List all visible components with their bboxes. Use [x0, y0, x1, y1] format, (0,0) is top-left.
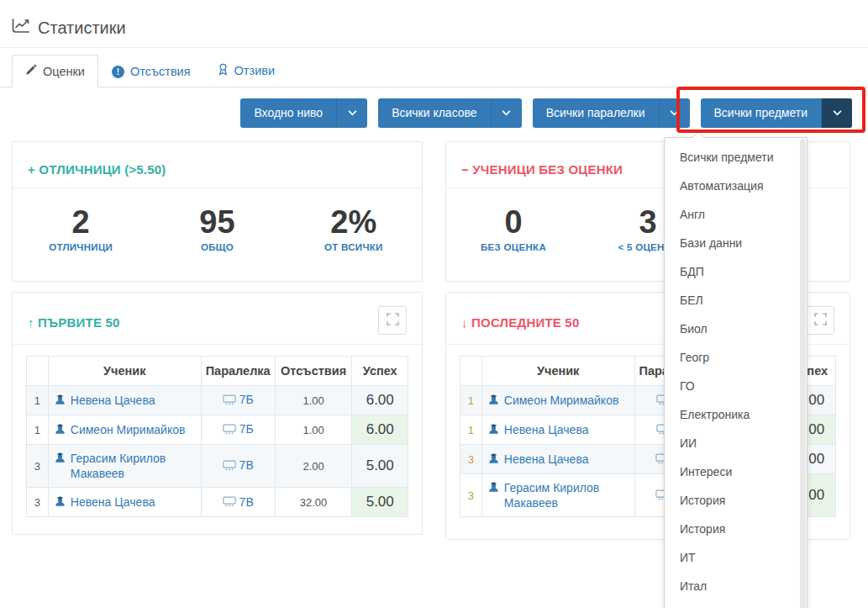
header-divider — [0, 47, 868, 48]
dropdown-scrollbar[interactable] — [800, 139, 806, 608]
ribbon-icon — [218, 63, 229, 78]
col-student: Ученик — [481, 357, 634, 386]
table-row: 3 Невена Цачева 7В 32.00 5.00 — [27, 488, 408, 517]
page-title: Статистики — [38, 19, 126, 38]
class-link[interactable]: 7Б — [223, 422, 254, 436]
dropdown-item[interactable]: Англ — [665, 200, 807, 229]
tab-reviews-label: Отзиви — [234, 64, 275, 77]
card-divider — [13, 188, 422, 188]
tab-reviews[interactable]: Отзиви — [204, 54, 288, 87]
dropdown-item[interactable]: Всички предмети — [665, 143, 807, 172]
stat-label: ОТ ВСИЧКИ — [286, 242, 422, 252]
chevron-down-icon[interactable] — [821, 98, 852, 128]
filter-all-subjects-button[interactable]: Всички предмети — [701, 98, 852, 128]
col-rank — [460, 357, 482, 386]
dropdown-item[interactable]: Бази данни — [665, 229, 807, 257]
dropdown-item[interactable]: Биол — [665, 315, 807, 343]
dropdown-item[interactable]: Геогр — [665, 343, 807, 372]
class-group-icon — [223, 496, 236, 507]
table-row: 1 Невена Цачева 7Б 1.00 6.00 — [27, 386, 408, 415]
line-chart-icon — [12, 18, 30, 38]
expand-icon — [814, 313, 827, 328]
student-link[interactable]: Невена Цачева — [487, 452, 629, 467]
dropdown-item[interactable]: Итал — [665, 572, 807, 600]
tab-grades[interactable]: Оценки — [12, 55, 98, 87]
stat-value: 0 — [446, 204, 581, 241]
col-student: Ученик — [48, 357, 201, 386]
class-link[interactable]: 7В — [223, 458, 254, 472]
subjects-dropdown-list: Всички предмети Автоматизация Англ Бази … — [665, 138, 807, 608]
student-link[interactable]: Симеон Миримайков — [54, 422, 196, 437]
arrow-up-icon: ↑ — [28, 315, 34, 330]
dropdown-item[interactable]: Интереси — [665, 457, 807, 486]
student-link[interactable]: Герасим Кирилов Макавеев — [487, 480, 629, 510]
first-50-table: Ученик Паралелка Отсъствия Успех 1 Невен… — [26, 356, 408, 517]
filter-all-classes-button[interactable]: Всички паралелки — [533, 98, 690, 128]
subjects-dropdown-menu: Всички предмети Автоматизация Англ Бази … — [664, 137, 808, 608]
class-link[interactable]: 7Б — [223, 393, 254, 406]
expand-button[interactable] — [806, 306, 834, 335]
student-link[interactable]: Симеон Миримайков — [487, 393, 629, 408]
stat-total: 95 ОБЩО — [149, 204, 285, 252]
card-divider — [13, 344, 422, 345]
stat-percent: 2% ОТ ВСИЧКИ — [286, 204, 422, 252]
expand-button[interactable] — [378, 306, 407, 335]
dropdown-item[interactable]: История — [665, 486, 807, 515]
dropdown-item[interactable]: БЕЛ — [665, 286, 807, 315]
stat-label: ОТЛИЧНИЦИ — [13, 242, 149, 252]
filter-all-grades-button[interactable]: Всички класове — [378, 98, 522, 128]
arrow-down-icon: ↓ — [461, 315, 468, 330]
student-link[interactable]: Герасим Кирилов Макавеев — [54, 451, 196, 481]
card-top-students-title: + ОТЛИЧНИЦИ (>5.50) — [28, 162, 407, 177]
last-50-title: ↓ ПОСЛЕДНИТЕ 50 — [461, 315, 579, 330]
dropdown-item[interactable]: История — [665, 515, 807, 543]
tab-bar: Оценки ! Отсъствия Отзиви — [0, 53, 868, 87]
expand-icon — [387, 313, 399, 328]
class-group-icon — [223, 424, 236, 435]
grade-cell: 6.00 — [352, 415, 408, 445]
student-link[interactable]: Невена Цачева — [54, 494, 196, 510]
stat-value: 2% — [286, 204, 422, 241]
chevron-down-icon[interactable] — [659, 98, 690, 128]
first-50-title: ↑ ПЪРВИТЕ 50 — [28, 315, 120, 330]
stat-no-grade: 0 БЕЗ ОЦЕНКА — [446, 204, 581, 252]
stat-label: ОБЩО — [149, 242, 285, 252]
class-group-icon — [223, 460, 236, 471]
dropdown-item[interactable]: Комп модел — [665, 600, 807, 608]
card-first-50: ↑ ПЪРВИТЕ 50 Ученик Паралелка Отсъствия … — [12, 292, 423, 535]
tab-absences[interactable]: ! Отсъствия — [98, 56, 204, 87]
stat-value: 2 — [13, 204, 149, 241]
dropdown-item[interactable]: Автоматизация — [665, 172, 807, 200]
tab-grades-label: Оценки — [43, 65, 85, 78]
chevron-down-icon[interactable] — [336, 98, 367, 128]
dropdown-item[interactable]: ИИ — [665, 429, 807, 457]
dropdown-item[interactable]: Електроника — [665, 400, 807, 429]
grade-cell: 5.00 — [352, 445, 408, 488]
student-link[interactable]: Невена Цачева — [54, 393, 196, 408]
grade-cell: 5.00 — [352, 488, 408, 517]
card-top-students: + ОТЛИЧНИЦИ (>5.50) 2 ОТЛИЧНИЦИ 95 ОБЩО … — [12, 141, 423, 282]
exclamation-circle-icon: ! — [112, 66, 124, 78]
col-rank — [27, 357, 49, 386]
table-row: 1 Симеон Миримайков 7Б 1.00 6.00 — [27, 415, 408, 445]
stat-value: 95 — [149, 204, 285, 241]
dropdown-item[interactable]: ГО — [665, 372, 807, 400]
col-grade: Успех — [352, 357, 408, 386]
filter-entry-level-button[interactable]: Входно ниво — [240, 98, 367, 128]
grade-cell: 6.00 — [352, 386, 408, 415]
stat-label: БЕЗ ОЦЕНКА — [446, 242, 581, 252]
dropdown-item[interactable]: БДП — [665, 257, 807, 286]
student-link[interactable]: Невена Цачева — [487, 422, 629, 437]
dropdown-item[interactable]: ИТ — [665, 543, 807, 572]
class-link[interactable]: 7В — [223, 495, 254, 509]
statistics-page: Статистики Оценки ! Отсъствия Отзиви — [0, 0, 868, 608]
col-absences: Отсъствия — [275, 357, 352, 386]
table-row: 3 Герасим Кирилов Макавеев 7В 2.00 5.00 — [27, 445, 408, 488]
pencil-icon — [25, 64, 37, 78]
tab-absences-label: Отсъствия — [130, 65, 191, 78]
card-top-students-stats: 2 ОТЛИЧНИЦИ 95 ОБЩО 2% ОТ ВСИЧКИ — [13, 204, 422, 252]
col-class: Паралелка — [201, 357, 275, 386]
table-header-row: Ученик Паралелка Отсъствия Успех — [27, 357, 408, 386]
stat-excellent: 2 ОТЛИЧНИЦИ — [13, 204, 149, 252]
chevron-down-icon[interactable] — [491, 98, 522, 128]
